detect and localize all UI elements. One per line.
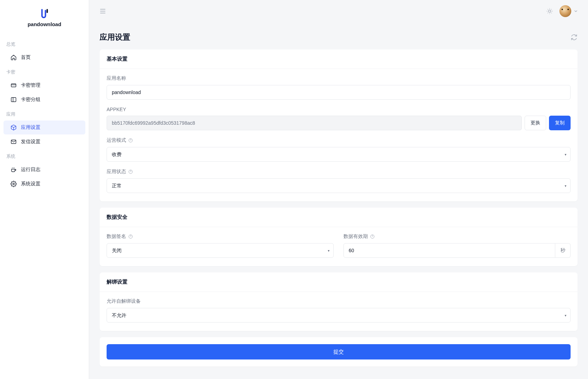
svg-point-3 xyxy=(13,183,15,185)
appkey-input xyxy=(107,116,522,130)
mail-icon xyxy=(10,139,17,145)
sidebar-item-label: 发信设置 xyxy=(21,139,40,145)
avatar xyxy=(559,5,571,17)
sidebar-item-label: 首页 xyxy=(21,54,31,61)
home-icon xyxy=(10,54,17,61)
help-icon xyxy=(128,138,133,143)
appkey-label: APPKEY xyxy=(107,107,571,112)
nav-group-app: 应用 xyxy=(0,107,89,120)
sign-select[interactable]: 关闭 xyxy=(107,243,334,258)
svg-rect-0 xyxy=(11,84,16,87)
sidebar-item-logs[interactable]: 运行日志 xyxy=(3,163,85,177)
nav-group-cards: 卡密 xyxy=(0,65,89,78)
main: 应用设置 基本设置 应用名称 APPKEY 更换 复制 xyxy=(89,0,588,379)
ttl-label: 数据有效期 xyxy=(343,233,368,240)
app-status-label: 应用状态 xyxy=(107,169,126,175)
copy-appkey-button[interactable]: 复制 xyxy=(549,116,571,130)
brand: pandownload xyxy=(0,0,89,34)
app-name-input[interactable] xyxy=(107,85,571,100)
help-icon xyxy=(128,169,133,174)
sidebar: pandownload 总览 首页 卡密 卡密管理 卡密分组 应用 xyxy=(0,0,89,379)
sidebar-item-label: 卡密分组 xyxy=(21,96,40,103)
sidebar-item-app-settings[interactable]: 应用设置 xyxy=(3,121,85,134)
page-title: 应用设置 xyxy=(100,32,130,42)
sidebar-toggle-button[interactable] xyxy=(99,7,107,15)
sidebar-item-card-group[interactable]: 卡密分组 xyxy=(3,93,85,107)
sidebar-item-label: 应用设置 xyxy=(21,124,40,131)
app-status-select[interactable]: 正常 xyxy=(107,178,571,193)
sidebar-item-card-manage[interactable]: 卡密管理 xyxy=(3,78,85,92)
submit-button[interactable]: 提交 xyxy=(107,344,571,359)
svg-point-4 xyxy=(549,10,551,13)
section-title: 数据安全 xyxy=(100,208,578,227)
card-icon xyxy=(10,82,17,88)
nav-group-overview: 总览 xyxy=(0,37,89,50)
sidebar-nav: 总览 首页 卡密 卡密管理 卡密分组 应用 应用设置 xyxy=(0,34,89,379)
sidebar-item-mail-settings[interactable]: 发信设置 xyxy=(3,135,85,149)
section-title: 解绑设置 xyxy=(100,272,578,292)
app-name-label: 应用名称 xyxy=(107,75,571,82)
regen-appkey-button[interactable]: 更换 xyxy=(525,116,546,130)
section-submit: 提交 xyxy=(100,337,578,366)
help-icon xyxy=(128,234,133,239)
section-unbind: 解绑设置 允许自解绑设备 不允许 ▾ xyxy=(100,272,578,331)
section-security: 数据安全 数据签名 关闭 ▾ xyxy=(100,208,578,266)
theme-toggle-button[interactable] xyxy=(546,8,553,15)
op-mode-select[interactable]: 收费 xyxy=(107,147,571,162)
ttl-input[interactable] xyxy=(343,243,555,258)
coffee-icon xyxy=(10,167,17,173)
allow-unbind-select[interactable]: 不允许 xyxy=(107,308,571,323)
nav-group-system: 系统 xyxy=(0,149,89,162)
ttl-suffix: 秒 xyxy=(555,243,571,258)
op-mode-label: 运营模式 xyxy=(107,137,126,144)
svg-rect-1 xyxy=(11,98,16,102)
chevron-down-icon xyxy=(573,9,578,14)
sidebar-item-home[interactable]: 首页 xyxy=(3,51,85,64)
refresh-button[interactable] xyxy=(571,34,578,41)
sidebar-item-label: 系统设置 xyxy=(21,181,40,187)
user-menu[interactable] xyxy=(559,5,578,17)
section-title: 基本设置 xyxy=(100,49,578,69)
cube-icon xyxy=(10,124,17,131)
columns-icon xyxy=(10,96,17,103)
brand-name: pandownload xyxy=(0,21,89,27)
sidebar-item-label: 卡密管理 xyxy=(21,82,40,88)
sidebar-item-label: 运行日志 xyxy=(21,167,40,173)
sign-label: 数据签名 xyxy=(107,233,126,240)
brand-logo xyxy=(39,8,50,19)
section-basic: 基本设置 应用名称 APPKEY 更换 复制 运营模式 xyxy=(100,49,578,201)
sidebar-item-system-settings[interactable]: 系统设置 xyxy=(3,177,85,191)
content: 应用设置 基本设置 应用名称 APPKEY 更换 复制 xyxy=(89,22,588,379)
allow-unbind-label: 允许自解绑设备 xyxy=(107,298,571,304)
help-icon xyxy=(370,234,375,239)
gear-icon xyxy=(10,181,17,187)
topbar xyxy=(89,0,588,22)
